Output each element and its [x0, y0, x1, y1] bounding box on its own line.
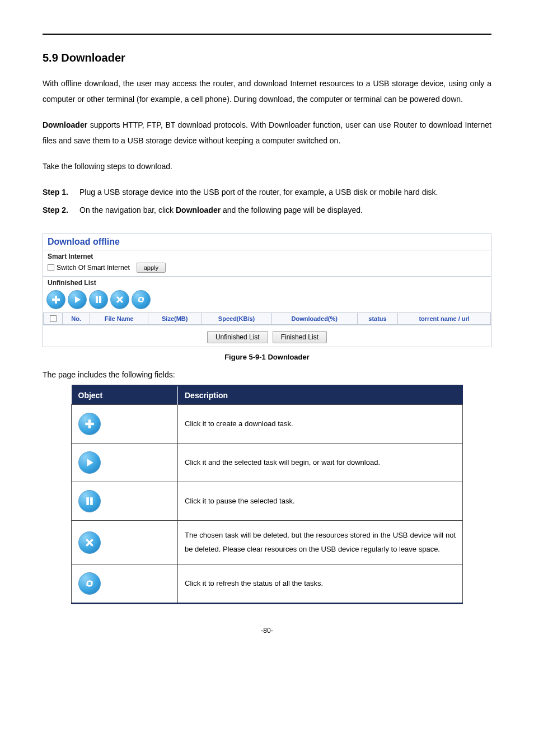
pause-icon	[78, 490, 101, 512]
desc-pause: Click it to pause the selected task.	[178, 482, 463, 521]
svg-rect-8	[85, 423, 94, 425]
pause-task-button[interactable]	[89, 290, 108, 309]
switch-smart-internet-label: Switch Of Smart Internet	[57, 264, 130, 272]
th-object: Object	[72, 386, 178, 405]
col-downloaded: Downloaded(%)	[271, 313, 357, 325]
download-offline-panel: Download offline Smart Internet Switch O…	[43, 234, 491, 347]
step-2-text: On the navigation bar, click Downloader …	[79, 202, 491, 218]
th-description: Description	[178, 386, 463, 405]
step-1-label: Step 1.	[43, 184, 79, 200]
fields-intro: The page includes the following fields:	[43, 370, 491, 379]
svg-rect-1	[52, 298, 60, 301]
close-icon	[116, 296, 124, 304]
refresh-icon	[78, 572, 101, 595]
intro-paragraph-3: Take the following steps to download.	[43, 158, 491, 174]
col-no: No.	[63, 313, 90, 325]
table-row: The chosen task will be deleted, but the…	[72, 521, 463, 564]
section-heading: 5.9 Downloader	[43, 52, 491, 64]
step-2-label: Step 2.	[43, 202, 79, 218]
intro-paragraph-2-rest: supports HTTP, FTP, BT download protocol…	[43, 120, 491, 145]
downloader-bold: Downloader	[43, 120, 87, 129]
svg-rect-10	[86, 497, 89, 505]
delete-task-button[interactable]	[110, 290, 129, 309]
panel-title: Download offline	[43, 234, 491, 250]
table-row: Click it to pause the selected task.	[72, 482, 463, 521]
unfinished-list-heading: Unfinished List	[43, 277, 491, 288]
select-all-checkbox[interactable]	[50, 315, 57, 322]
intro-paragraph-1: With offline download, the user may acce…	[43, 76, 491, 107]
table-row: Click it to refresh the status of all th…	[72, 564, 463, 604]
svg-rect-4	[99, 296, 101, 303]
step-1-text: Plug a USB storage device into the USB p…	[79, 184, 491, 200]
col-status: status	[357, 313, 398, 325]
object-description-table: Object Description Click it to create a …	[71, 385, 463, 604]
figure-caption: Figure 5-9-1 Downloader	[43, 353, 491, 361]
svg-rect-3	[96, 296, 98, 303]
col-filename: File Name	[90, 313, 148, 325]
step-1: Step 1. Plug a USB storage device into t…	[43, 184, 491, 200]
unfinished-table: No. File Name Size(MB) Speed(KB/s) Downl…	[43, 312, 491, 325]
col-speed: Speed(KB/s)	[202, 313, 271, 325]
plus-icon	[78, 413, 101, 435]
finished-list-tab[interactable]: Finished List	[273, 331, 327, 343]
table-row: Click it and the selected task will begi…	[72, 444, 463, 482]
refresh-tasks-button[interactable]	[132, 290, 151, 309]
desc-refresh: Click it to refresh the status of all th…	[178, 564, 463, 604]
close-icon	[78, 531, 101, 554]
col-size: Size(MB)	[148, 313, 202, 325]
svg-marker-9	[87, 459, 93, 466]
downloader-nav-bold: Downloader	[176, 206, 221, 214]
play-task-button[interactable]	[68, 290, 87, 309]
play-icon	[78, 451, 101, 474]
switch-smart-internet-checkbox[interactable]	[48, 264, 54, 271]
desc-plus: Click it to create a download task.	[178, 405, 463, 444]
svg-rect-11	[90, 497, 93, 505]
add-task-button[interactable]	[46, 290, 65, 309]
step-2: Step 2. On the navigation bar, click Dow…	[43, 202, 491, 218]
unfinished-list-tab[interactable]: Unfinished List	[207, 331, 268, 343]
intro-paragraph-2: Downloader supports HTTP, FTP, BT downlo…	[43, 117, 491, 148]
desc-delete: The chosen task will be deleted, but the…	[178, 521, 463, 564]
table-row: Click it to create a download task.	[72, 405, 463, 444]
svg-marker-2	[75, 296, 81, 303]
apply-button[interactable]: apply	[137, 263, 166, 273]
desc-play: Click it and the selected task will begi…	[178, 444, 463, 482]
col-torrent: torrent name / url	[398, 313, 491, 325]
smart-internet-heading: Smart Internet	[43, 250, 491, 262]
pause-icon	[95, 296, 102, 304]
page-number: -80-	[43, 627, 491, 634]
plus-icon	[51, 295, 61, 305]
play-icon	[73, 295, 82, 304]
refresh-icon	[137, 295, 146, 304]
